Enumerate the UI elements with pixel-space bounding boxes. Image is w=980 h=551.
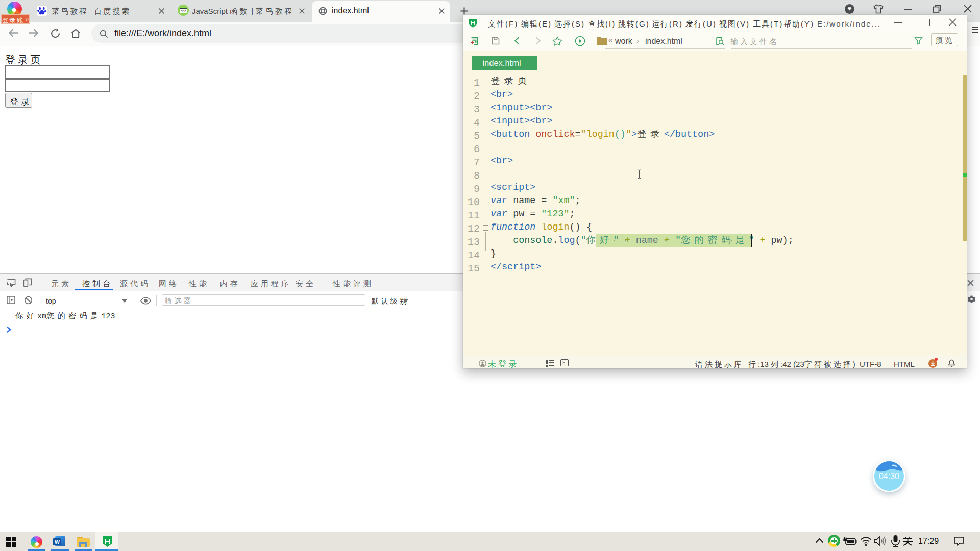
- svg-text:04:30: 04:30: [879, 472, 899, 481]
